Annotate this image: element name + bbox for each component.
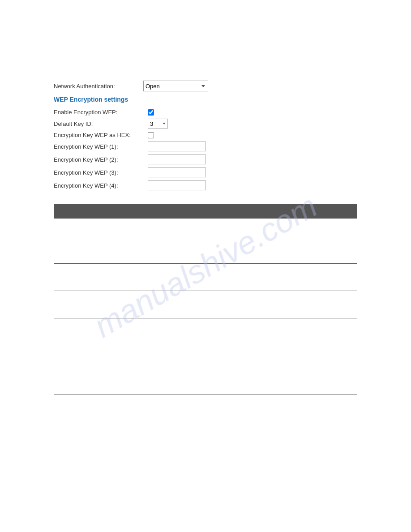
table-cell-right [148,318,357,395]
hex-row: Encryption Key WEP as HEX: [54,132,357,138]
table-row [54,291,357,318]
key3-row: Encryption Key WEP (3): [54,167,357,177]
table-row [54,318,357,395]
hex-checkbox[interactable] [148,132,154,138]
table-header [54,204,357,219]
table-cell-left [54,318,148,395]
network-auth-label: Network Authentication: [54,83,143,90]
hex-label: Encryption Key WEP as HEX: [54,132,148,138]
default-key-select[interactable]: 1 2 3 4 [148,119,168,129]
key1-row: Encryption Key WEP (1): [54,142,357,151]
wep-section-title: WEP Encryption settings [54,96,357,105]
table-cell-right [148,264,357,291]
enable-wep-row: Enable Encryption WEP: [54,109,357,116]
table-body [54,219,357,395]
wep-section: WEP Encryption settings Enable Encryptio… [54,96,357,190]
network-auth-row: Network Authentication: Open Shared WPA … [54,81,357,91]
default-key-row: Default Key ID: 1 2 3 4 [54,119,357,129]
table-cell-left [54,219,148,263]
key3-label: Encryption Key WEP (3): [54,169,148,176]
key1-input[interactable] [148,142,206,151]
key4-input[interactable] [148,180,206,190]
key2-input[interactable] [148,154,206,164]
network-auth-control: Open Shared WPA WPA-PSK WPA2 WPA2-PSK [143,81,208,91]
table-section [54,204,357,395]
key3-input[interactable] [148,167,206,177]
default-key-label: Default Key ID: [54,120,148,127]
network-auth-select[interactable]: Open Shared WPA WPA-PSK WPA2 WPA2-PSK [143,81,208,91]
key2-row: Encryption Key WEP (2): [54,154,357,164]
table-cell-right [148,219,357,263]
page-container: manualshive.com Network Authentication: … [0,0,411,532]
key4-row: Encryption Key WEP (4): [54,180,357,190]
content-area: Network Authentication: Open Shared WPA … [0,0,411,413]
table-row [54,219,357,264]
table-cell-left [54,291,148,318]
table-row [54,264,357,291]
enable-wep-checkbox[interactable] [148,109,154,116]
enable-wep-label: Enable Encryption WEP: [54,109,148,116]
table-cell-right [148,291,357,318]
key2-label: Encryption Key WEP (2): [54,156,148,163]
key1-label: Encryption Key WEP (1): [54,143,148,150]
key4-label: Encryption Key WEP (4): [54,182,148,189]
table-cell-left [54,264,148,291]
